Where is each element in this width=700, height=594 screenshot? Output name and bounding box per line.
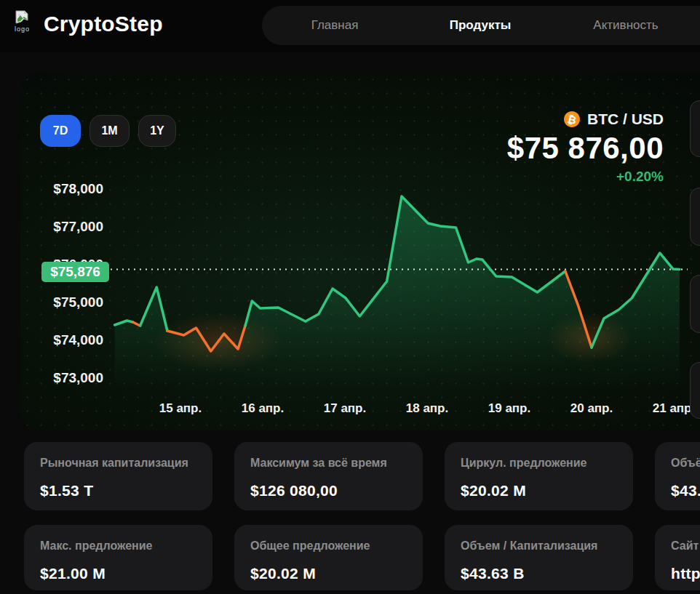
brand-title: CryptoStep bbox=[44, 12, 163, 36]
stat-value: $43.6 bbox=[671, 482, 700, 499]
stat-value: $43.63 B bbox=[461, 565, 617, 582]
range-button-1m[interactable]: 1M bbox=[90, 115, 130, 147]
stat-card-website: Сайт http:// bbox=[655, 525, 700, 590]
stat-value: $1.53 T bbox=[40, 482, 196, 499]
stat-card-market-cap: Рыночная капитализация $1.53 T bbox=[24, 442, 212, 510]
cutoff-tile[interactable] bbox=[690, 275, 700, 333]
stat-card-max-supply: Макс. предложение $21.00 M bbox=[24, 525, 212, 590]
pair-label: BTC / USD bbox=[587, 111, 664, 128]
x-axis-label: 19 апр. bbox=[477, 401, 542, 416]
stat-label: Объём bbox=[671, 457, 700, 470]
y-axis-label: $75,000 bbox=[23, 294, 103, 310]
y-axis-label: $77,000 bbox=[23, 219, 103, 235]
btc-icon: ₿ bbox=[562, 110, 581, 129]
logo[interactable]: logo CryptoStep bbox=[15, 10, 163, 36]
stat-label: Рыночная капитализация bbox=[40, 457, 196, 470]
stat-card-volume: Объём $43.6 bbox=[655, 442, 700, 510]
stat-label: Циркул. предложение bbox=[461, 457, 617, 470]
cutoff-tile[interactable] bbox=[690, 188, 700, 246]
x-axis-label: 16 апр. bbox=[230, 401, 295, 416]
broken-image-icon: logo bbox=[15, 10, 33, 35]
stat-label: Макс. предложение bbox=[40, 539, 196, 553]
pair-row: ₿ BTC / USD bbox=[564, 111, 664, 128]
logo-alt-text: logo bbox=[15, 26, 30, 32]
y-axis-label: $73,000 bbox=[23, 370, 103, 386]
stat-label: Сайт bbox=[671, 539, 700, 553]
stat-value: $20.02 M bbox=[461, 482, 617, 499]
stat-label: Максимум за всё время bbox=[250, 457, 407, 470]
stat-label: Объем / Капитализация bbox=[461, 539, 617, 553]
y-axis-label: $74,000 bbox=[23, 332, 103, 348]
stat-value: $21.00 M bbox=[40, 565, 196, 582]
price-change: +0.20% bbox=[616, 169, 664, 185]
range-button-1y[interactable]: 1Y bbox=[138, 115, 176, 147]
y-axis-label: $78,000 bbox=[23, 181, 103, 197]
main-nav: Главная Продукты Активность bbox=[262, 6, 700, 45]
x-axis-label: 18 апр. bbox=[394, 401, 460, 416]
x-axis-label: 20 апр. bbox=[559, 401, 624, 416]
stat-card-volume-to-cap: Объем / Капитализация $43.63 B bbox=[445, 525, 633, 590]
cutoff-tile[interactable] bbox=[690, 362, 700, 419]
x-axis-label: 17 апр. bbox=[312, 401, 378, 416]
header: logo CryptoStep Главная Продукты Активно… bbox=[0, 0, 700, 52]
stat-value: $20.02 M bbox=[250, 565, 407, 582]
current-price: $75 876,00 bbox=[507, 131, 664, 166]
nav-item-home[interactable]: Главная bbox=[262, 18, 407, 33]
cutoff-tile[interactable] bbox=[690, 100, 700, 157]
range-button-7d[interactable]: 7D bbox=[40, 115, 81, 147]
nav-item-products[interactable]: Продукты bbox=[407, 18, 553, 33]
stat-value: $126 080,00 bbox=[250, 482, 407, 499]
stat-label: Общее предложение bbox=[250, 539, 407, 553]
stat-value[interactable]: http:// bbox=[671, 565, 700, 582]
x-axis-label: 15 апр. bbox=[148, 401, 213, 416]
current-price-badge: $75,876 bbox=[41, 262, 109, 282]
nav-item-activity[interactable]: Активность bbox=[553, 18, 699, 33]
stat-card-circulating-supply: Циркул. предложение $20.02 M bbox=[445, 442, 633, 510]
stat-card-total-supply: Общее предложение $20.02 M bbox=[234, 525, 423, 590]
stat-card-ath: Максимум за всё время $126 080,00 bbox=[234, 442, 423, 510]
cryptostep-dashboard: { "colors": { "accent_blue": "#2563eb", … bbox=[0, 0, 700, 594]
